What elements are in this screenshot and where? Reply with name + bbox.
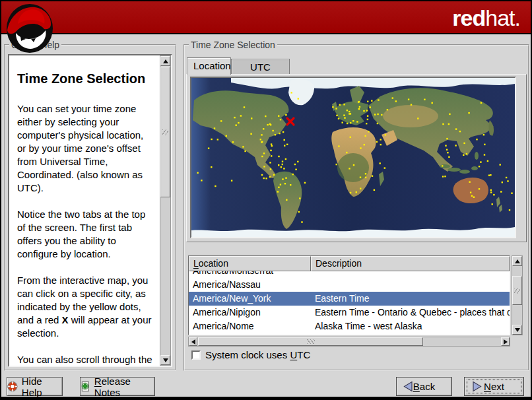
cell-description[interactable]: [311, 271, 510, 278]
cell-location[interactable]: America/Nome: [189, 319, 311, 333]
table-vscrollbar[interactable]: [512, 255, 523, 335]
table-row[interactable]: America/NomeAlaska Time - west Alaska: [189, 319, 510, 333]
help-paragraph-1: You can set your time zone either by sel…: [17, 102, 154, 195]
back-button[interactable]: Back: [396, 377, 452, 396]
table-row[interactable]: America/Montserrat: [189, 271, 510, 278]
back-arrow-icon: [403, 381, 413, 392]
release-notes-button[interactable]: Release Notes: [80, 377, 155, 396]
tab-utc-offset[interactable]: UTC Offset: [231, 59, 290, 75]
cell-description[interactable]: Eastern Time: [311, 292, 510, 306]
table-row[interactable]: America/Nassau: [189, 278, 510, 292]
column-header-description[interactable]: Description: [311, 256, 510, 271]
brand-dot: .: [515, 5, 520, 30]
table-vscroll-thumb[interactable]: [512, 276, 522, 305]
hide-help-label: Hide Help: [22, 376, 62, 398]
help-scroll-thumb[interactable]: [160, 67, 170, 197]
installer-window: redhat. Online Help Time Zone Selection …: [0, 0, 532, 400]
brand-light: hat: [485, 5, 514, 30]
cell-description[interactable]: Alaska Time - west Alaska: [311, 319, 510, 333]
table-scroll-left-button[interactable]: [189, 337, 197, 346]
redhat-shadowman-logo-icon: [5, 2, 56, 55]
redhat-wordmark: redhat.: [452, 7, 520, 29]
life-preserver-icon: [7, 381, 18, 392]
cell-description[interactable]: [311, 278, 510, 292]
help-scroll-down-button[interactable]: [160, 355, 170, 365]
table-scroll-right-button[interactable]: [501, 337, 510, 346]
help-scroll-up-button[interactable]: [160, 56, 170, 66]
release-notes-label: Release Notes: [94, 376, 154, 398]
world-map[interactable]: [191, 78, 515, 237]
table-scroll-down-button[interactable]: [512, 325, 522, 335]
timezone-frame-label: Time Zone Selection: [189, 40, 277, 50]
tab-location[interactable]: Location: [187, 57, 231, 75]
timezone-table-body: America/MontserratAmerica/NassauAmerica/…: [189, 271, 510, 335]
cell-location[interactable]: America/Nipigon: [189, 306, 311, 319]
cell-location[interactable]: America/Montserrat: [189, 271, 311, 278]
next-arrow-icon: [472, 381, 482, 392]
cell-location[interactable]: America/Nassau: [189, 278, 311, 292]
timezone-table: Location Description America/MontserratA…: [188, 255, 510, 335]
release-notes-icon: [81, 381, 90, 392]
online-help-frame: Online Help Time Zone Selection You can …: [4, 44, 176, 371]
world-map-container: [190, 77, 516, 238]
table-row[interactable]: America/NipigonEastern Time - Ontario & …: [189, 306, 510, 319]
hide-help-button[interactable]: Hide Help: [7, 377, 63, 396]
brand-bold: red: [452, 5, 485, 30]
help-scrollbar[interactable]: [160, 55, 171, 366]
table-scroll-up-button[interactable]: [512, 256, 522, 266]
help-paragraph-3: From the interactive map, you can click …: [17, 274, 154, 340]
header-banner: redhat.: [1, 1, 531, 34]
cell-description[interactable]: Eastern Time - Ontario & Quebec - places…: [311, 306, 510, 319]
table-hscroll-thumb[interactable]: [198, 337, 423, 346]
utc-checkbox-label[interactable]: System clock uses UTC: [205, 349, 310, 360]
cell-location[interactable]: America/New_York: [189, 292, 311, 306]
utc-checkbox-row: System clock uses UTC: [191, 349, 310, 360]
help-paragraph-2: Notice the two tabs at the top of the sc…: [17, 208, 154, 261]
column-header-location[interactable]: Location: [189, 256, 311, 271]
timezone-table-header: Location Description: [189, 256, 510, 271]
table-row[interactable]: America/New_YorkEastern Time: [189, 292, 510, 306]
table-hscrollbar[interactable]: [188, 337, 510, 347]
help-paragraph-4: You can also scroll through the city lis…: [17, 353, 154, 366]
help-text: Time Zone Selection You can set your tim…: [9, 55, 158, 366]
help-viewport: Time Zone Selection You can set your tim…: [8, 54, 172, 367]
help-title: Time Zone Selection: [17, 71, 154, 86]
next-button[interactable]: Next: [464, 377, 524, 396]
utc-checkbox[interactable]: [191, 350, 201, 360]
back-label: Back: [413, 381, 435, 392]
